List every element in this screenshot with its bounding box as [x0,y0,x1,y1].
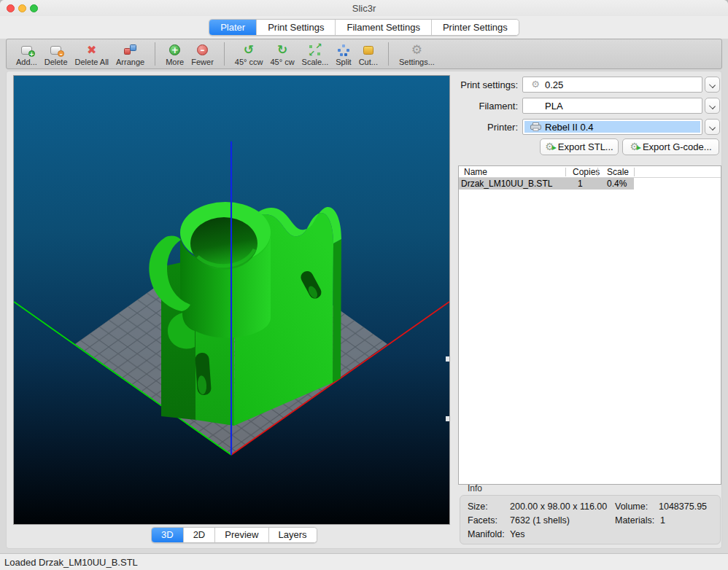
scale-icon: ↗↙ [308,42,322,58]
tab-printer-settings[interactable]: Printer Settings [432,20,519,35]
add-button[interactable]: + Add... [12,39,41,67]
3d-scene [14,76,449,524]
status-message: Loaded Drzak_LM10UU_B.STL [4,557,138,568]
tab-plater[interactable]: Plater [209,20,257,35]
slic3r-window: Slic3r Plater Print Settings Filament Se… [0,0,728,570]
printer-value: Rebel II 0.4 [545,122,594,133]
export-stl-button[interactable]: ⚙▶ Export STL... [540,138,619,155]
main-tab-strip: Plater Print Settings Filament Settings … [0,16,728,39]
view-mode-tabs: 3D 2D Preview Layers [151,527,317,543]
manifold-label: Manifold: [468,529,505,539]
arrange-icon [123,42,138,58]
more-copies-icon: + [169,42,180,58]
rotate-cw-icon: ↻ [277,42,287,58]
toolbar-separator [155,42,155,66]
size-label: Size: [468,501,488,512]
print-settings-combo[interactable]: ⚙0.25 [522,77,702,93]
rotate-ccw-button[interactable]: ↺ 45° ccw [231,39,267,67]
printer-icon [528,122,543,131]
title-bar: Slic3r [0,0,728,16]
delete-object-icon: – [50,42,61,58]
viewtab-layers[interactable]: Layers [269,528,317,542]
rotate-cw-button[interactable]: ↻ 45° cw [266,39,298,67]
filament-value: PLA [545,101,563,112]
column-header-scale[interactable]: Scale [607,167,629,177]
chevron-down-icon [709,103,716,109]
window-title: Slic3r [0,3,728,14]
column-header-name[interactable]: Name [464,167,487,177]
chevron-down-icon [709,82,716,88]
object-row-selected[interactable]: Drzak_LM10UU_B.STL 1 0.4% [459,178,721,190]
3d-viewport[interactable] [13,75,450,525]
printer-combo[interactable]: Rebel II 0.4 [522,119,702,135]
export-gear-icon: ⚙▶ [545,141,554,152]
viewport-edge-mark [446,416,449,421]
viewport-edge-mark [446,356,449,362]
print-settings-value: 0.25 [545,79,563,90]
plater-toolbar: + Add... – Delete ✖ Delete All Arrange +… [6,39,722,69]
toolbar-separator [224,42,225,66]
printer-dropdown-button[interactable] [705,119,720,135]
add-object-icon: + [21,42,32,58]
filament-combo[interactable]: PLA [522,98,702,114]
print-settings-dropdown-button[interactable] [705,77,720,93]
volume-value: 1048375.95 [659,501,707,512]
export-gear-icon: ⚙▶ [630,141,639,152]
chevron-down-icon [709,124,716,130]
object-scale-cell: 0.4% [607,179,627,189]
split-icon [337,42,350,58]
fewer-button[interactable]: – Fewer [187,39,217,67]
filament-label: Filament: [438,101,518,112]
info-group-title: Info [468,483,482,493]
object-copies-cell: 1 [578,179,583,189]
viewtab-2d[interactable]: 2D [184,528,216,542]
cut-icon [363,42,373,58]
settings-button[interactable]: ⚙ Settings... [395,39,438,67]
delete-all-button[interactable]: ✖ Delete All [71,39,112,67]
status-bar: Loaded Drzak_LM10UU_B.STL [0,553,728,570]
rotate-ccw-icon: ↺ [244,42,254,58]
filament-dropdown-button[interactable] [705,98,720,114]
viewtab-3d[interactable]: 3D [152,528,184,542]
main-tabs: Plater Print Settings Filament Settings … [209,19,519,36]
fewer-copies-icon: – [197,42,208,58]
printer-label: Printer: [438,122,518,133]
toolbar-separator [388,42,389,66]
delete-button[interactable]: – Delete [41,39,71,67]
split-button[interactable]: Split [332,39,355,67]
volume-label: Volume: [615,501,648,512]
gear-icon: ⚙ [528,79,543,90]
object-list-header: Name Copies Scale [459,166,721,178]
object-name-cell: Drzak_LM10UU_B.STL [461,179,552,189]
column-header-copies[interactable]: Copies [573,167,600,177]
tab-filament-settings[interactable]: Filament Settings [336,20,431,35]
size-value: 200.00 x 98.00 x 116.00 [510,501,607,512]
more-button[interactable]: + More [162,39,187,67]
facets-label: Facets: [468,515,497,526]
tab-print-settings[interactable]: Print Settings [257,20,336,35]
materials-value: 1 [660,515,665,526]
print-settings-label: Print settings: [438,79,518,90]
settings-gear-icon: ⚙ [411,42,422,58]
manifold-value: Yes [510,529,524,539]
materials-label: Materials: [615,515,654,526]
object-list: Name Copies Scale Drzak_LM10UU_B.STL 1 0… [458,165,721,485]
cut-button[interactable]: Cut... [355,39,382,67]
arrange-button[interactable]: Arrange [112,39,148,67]
scale-button[interactable]: ↗↙ Scale... [298,39,333,67]
delete-all-icon: ✖ [87,42,96,58]
export-gcode-button[interactable]: ⚙▶ Export G-code... [622,138,719,155]
viewtab-preview[interactable]: Preview [215,528,268,542]
facets-value: 7632 (1 shells) [510,515,570,526]
